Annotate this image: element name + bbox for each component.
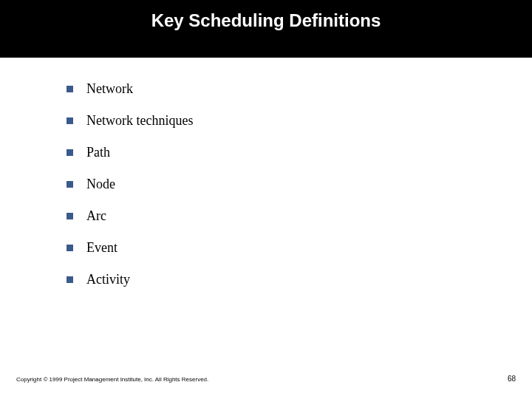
slide-title: Key Scheduling Definitions bbox=[151, 10, 381, 31]
list-item: Network techniques bbox=[66, 113, 532, 129]
bullet-icon bbox=[66, 245, 73, 251]
list-item: Path bbox=[66, 145, 532, 160]
list-item: Network bbox=[66, 81, 532, 97]
bullet-icon bbox=[66, 149, 73, 156]
bullet-icon bbox=[66, 213, 73, 219]
bullet-label: Network bbox=[86, 81, 133, 97]
bullet-label: Network techniques bbox=[86, 113, 193, 129]
bullet-label: Path bbox=[86, 145, 110, 160]
bullet-label: Event bbox=[86, 240, 117, 256]
list-item: Node bbox=[66, 177, 532, 192]
bullet-icon bbox=[66, 276, 73, 283]
content-area: Network Network techniques Path Node Arc… bbox=[0, 58, 532, 287]
bullet-icon bbox=[66, 117, 73, 124]
page-number: 68 bbox=[508, 375, 516, 383]
list-item: Activity bbox=[66, 272, 532, 287]
bullet-icon bbox=[66, 181, 73, 188]
list-item: Event bbox=[66, 240, 532, 256]
list-item: Arc bbox=[66, 208, 532, 224]
bullet-label: Node bbox=[86, 177, 115, 192]
copyright-text: Copyright © 1999 Project Management Inst… bbox=[16, 376, 208, 383]
footer: Copyright © 1999 Project Management Inst… bbox=[0, 375, 532, 383]
bullet-icon bbox=[66, 86, 73, 92]
title-bar: Key Scheduling Definitions bbox=[0, 0, 532, 58]
bullet-label: Activity bbox=[86, 272, 130, 287]
bullet-label: Arc bbox=[86, 208, 106, 224]
